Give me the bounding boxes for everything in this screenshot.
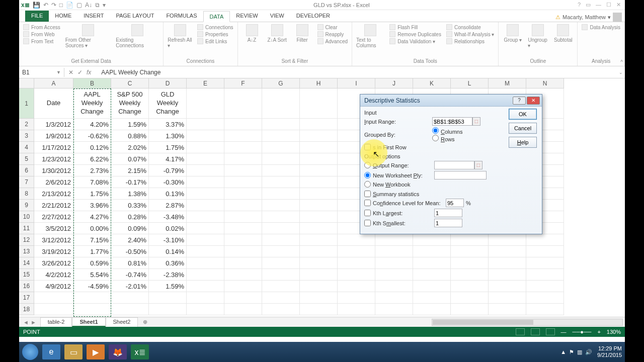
media-player-icon[interactable]: ▶	[87, 344, 105, 359]
cell[interactable]	[187, 200, 224, 211]
cell[interactable]	[262, 119, 300, 130]
cell[interactable]	[375, 269, 413, 281]
cell[interactable]	[187, 223, 224, 234]
close-icon[interactable]: ✕	[616, 2, 621, 8]
cell[interactable]: 1.75%	[149, 142, 187, 153]
ribbon-cmd[interactable]: Data Validation ▾	[389, 38, 441, 44]
cell[interactable]	[224, 211, 262, 223]
cell[interactable]	[262, 176, 300, 188]
cell[interactable]	[300, 142, 338, 153]
cell[interactable]	[526, 269, 564, 281]
cell[interactable]	[451, 246, 489, 257]
output-range-field[interactable]	[434, 161, 474, 169]
minimize-icon[interactable]: —	[596, 2, 601, 8]
cell[interactable]	[451, 257, 489, 269]
collapse-ribbon-icon[interactable]: ^	[620, 59, 623, 65]
cell[interactable]	[413, 246, 451, 257]
cell[interactable]: -2.38%	[149, 269, 187, 281]
ribbon-cmd[interactable]: From Web	[23, 31, 60, 37]
sheet-tab-table-2[interactable]: table-2	[40, 317, 72, 327]
ok-button[interactable]: OK	[509, 109, 537, 120]
ribbon-cmd[interactable]: Ungroup ▾	[528, 24, 548, 48]
cell[interactable]	[300, 234, 338, 246]
cell[interactable]: 2/27/2012	[34, 211, 73, 223]
cell[interactable]	[451, 281, 489, 292]
cell[interactable]: 4.27%	[73, 211, 111, 223]
cell[interactable]	[375, 246, 413, 257]
cell[interactable]	[300, 223, 338, 234]
enter-formula-icon[interactable]: ✓	[77, 69, 83, 76]
cell[interactable]: 1.59%	[111, 119, 149, 130]
kth-largest-check[interactable]	[364, 210, 371, 216]
col-header-B[interactable]: B	[73, 78, 111, 88]
cell[interactable]	[413, 257, 451, 269]
cell-header[interactable]: S&P 500 Weekly Change	[111, 88, 149, 119]
ribbon-cmd[interactable]: From Text	[23, 38, 60, 44]
cell[interactable]	[224, 176, 262, 188]
cell[interactable]	[413, 292, 451, 304]
output-range-radio[interactable]	[364, 162, 371, 168]
cell[interactable]	[262, 211, 300, 223]
help-button[interactable]: Help	[509, 137, 537, 148]
qat-icon[interactable]: ▢	[76, 2, 82, 9]
cell-header[interactable]: Date	[34, 88, 73, 119]
cell[interactable]: -3.10%	[149, 234, 187, 246]
cell[interactable]: 0.36%	[149, 257, 187, 269]
cell[interactable]	[451, 292, 489, 304]
cell[interactable]	[224, 257, 262, 269]
cell[interactable]: 1.75%	[73, 188, 111, 200]
cell[interactable]	[34, 292, 73, 304]
cell[interactable]	[489, 304, 526, 315]
cell[interactable]	[451, 269, 489, 281]
cell[interactable]: 1.59%	[149, 281, 187, 292]
chevron-down-icon[interactable]: ▼	[56, 70, 61, 75]
cell[interactable]	[262, 257, 300, 269]
new-icon[interactable]: □	[59, 2, 63, 9]
cell[interactable]	[300, 200, 338, 211]
ribbon-cmd[interactable]: Text to Columns	[356, 24, 384, 48]
zoom-level[interactable]: 130%	[607, 329, 621, 335]
row-header[interactable]: 6	[19, 165, 34, 176]
cell[interactable]: 2/6/2012	[34, 176, 73, 188]
col-header-I[interactable]: I	[338, 78, 375, 88]
ribbon-cmd[interactable]: Properties	[197, 31, 233, 37]
col-header-D[interactable]: D	[149, 78, 187, 88]
cell[interactable]	[526, 234, 564, 246]
cell[interactable]: 0.02%	[149, 223, 187, 234]
col-header-F[interactable]: F	[224, 78, 262, 88]
cell[interactable]	[338, 292, 375, 304]
cell[interactable]	[262, 269, 300, 281]
cell[interactable]	[262, 88, 300, 119]
cell[interactable]	[262, 292, 300, 304]
ie-icon[interactable]: e	[42, 344, 60, 359]
redo-icon[interactable]: ↷	[51, 2, 56, 9]
confidence-check[interactable]	[364, 200, 371, 206]
ribbon-cmd[interactable]: Data Analysis	[582, 24, 620, 30]
col-header-A[interactable]: A	[34, 78, 73, 88]
tray-up-icon[interactable]: ▲	[560, 349, 566, 355]
cell[interactable]	[262, 142, 300, 153]
cell[interactable]	[187, 142, 224, 153]
dialog-help-icon[interactable]: ?	[513, 97, 526, 105]
save-icon[interactable]: 💾	[33, 2, 40, 9]
cell[interactable]	[34, 304, 73, 315]
cell[interactable]: -0.74%	[111, 269, 149, 281]
cell[interactable]	[375, 281, 413, 292]
ribbon-cmd[interactable]: Existing Connections	[116, 24, 159, 48]
formula-input[interactable]: AAPL Weekly Change	[98, 68, 617, 77]
tab-developer[interactable]: DEVELOPER	[290, 11, 336, 22]
col-header-G[interactable]: G	[262, 78, 300, 88]
name-box[interactable]: B1 ▼	[19, 68, 64, 77]
cell[interactable]	[262, 130, 300, 142]
cell[interactable]	[300, 165, 338, 176]
tab-view[interactable]: VIEW	[264, 11, 290, 22]
cell[interactable]	[73, 304, 111, 315]
labels-first-row-check[interactable]	[364, 144, 371, 150]
col-header-M[interactable]: M	[489, 78, 526, 88]
row-header[interactable]: 11	[19, 223, 34, 234]
cell[interactable]: 4/9/2012	[34, 281, 73, 292]
cell[interactable]	[187, 119, 224, 130]
cell[interactable]: 6.22%	[73, 153, 111, 165]
cell[interactable]: 1/17/2012	[34, 142, 73, 153]
cell[interactable]	[187, 165, 224, 176]
